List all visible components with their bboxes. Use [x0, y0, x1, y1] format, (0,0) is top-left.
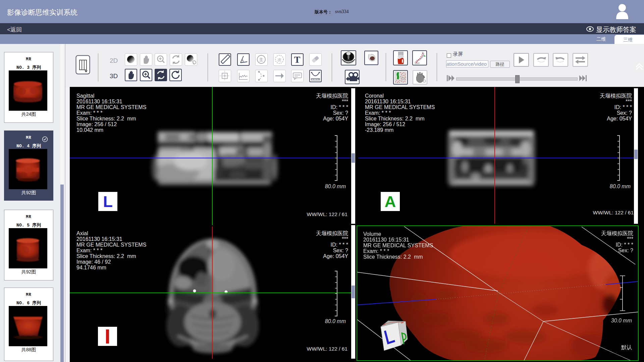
svg-text:D: D [423, 79, 426, 84]
svg-text:次: 次 [277, 57, 281, 62]
svg-text:T: T [294, 54, 301, 65]
svg-text:主: 主 [259, 57, 263, 62]
